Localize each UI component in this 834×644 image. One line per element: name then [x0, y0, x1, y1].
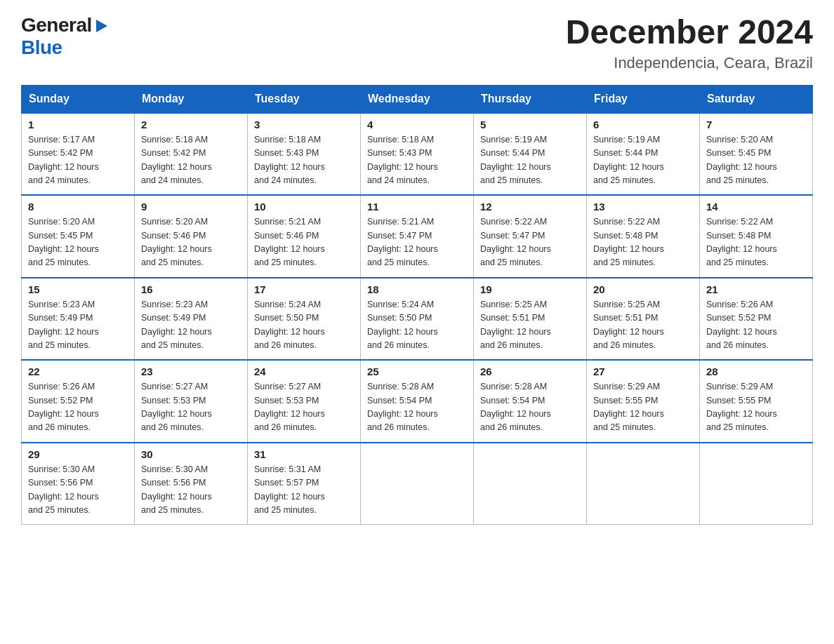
day-info: Sunrise: 5:19 AMSunset: 5:44 PMDaylight:… — [480, 133, 580, 188]
day-info: Sunrise: 5:23 AMSunset: 5:49 PMDaylight:… — [28, 298, 128, 353]
col-monday: Monday — [135, 85, 248, 113]
table-row: 24Sunrise: 5:27 AMSunset: 5:53 PMDayligh… — [248, 360, 361, 443]
calendar-header-row: Sunday Monday Tuesday Wednesday Thursday… — [22, 85, 813, 113]
svg-marker-0 — [96, 20, 107, 32]
table-row: 5Sunrise: 5:19 AMSunset: 5:44 PMDaylight… — [474, 113, 587, 196]
col-saturday: Saturday — [700, 85, 813, 113]
logo: General Blue — [21, 14, 109, 59]
calendar-week-row: 8Sunrise: 5:20 AMSunset: 5:45 PMDaylight… — [22, 195, 813, 278]
day-number: 25 — [367, 365, 467, 377]
day-number: 29 — [28, 448, 128, 460]
day-number: 27 — [593, 365, 693, 377]
table-row: 28Sunrise: 5:29 AMSunset: 5:55 PMDayligh… — [700, 360, 813, 443]
day-info: Sunrise: 5:21 AMSunset: 5:46 PMDaylight:… — [254, 215, 354, 270]
table-row: 1Sunrise: 5:17 AMSunset: 5:42 PMDaylight… — [22, 113, 135, 196]
day-number: 7 — [706, 119, 806, 130]
day-info: Sunrise: 5:22 AMSunset: 5:48 PMDaylight:… — [706, 215, 806, 270]
table-row — [361, 443, 474, 525]
table-row: 29Sunrise: 5:30 AMSunset: 5:56 PMDayligh… — [22, 443, 135, 525]
day-info: Sunrise: 5:29 AMSunset: 5:55 PMDaylight:… — [706, 380, 806, 435]
col-wednesday: Wednesday — [361, 85, 474, 113]
day-number: 10 — [254, 201, 354, 213]
day-info: Sunrise: 5:21 AMSunset: 5:47 PMDaylight:… — [367, 215, 467, 270]
day-number: 9 — [141, 201, 241, 213]
day-info: Sunrise: 5:31 AMSunset: 5:57 PMDaylight:… — [254, 463, 354, 518]
day-number: 11 — [367, 201, 467, 213]
table-row: 18Sunrise: 5:24 AMSunset: 5:50 PMDayligh… — [361, 278, 474, 361]
table-row: 13Sunrise: 5:22 AMSunset: 5:48 PMDayligh… — [587, 195, 700, 278]
table-row: 6Sunrise: 5:19 AMSunset: 5:44 PMDaylight… — [587, 113, 700, 196]
table-row — [587, 443, 700, 525]
calendar-week-row: 22Sunrise: 5:26 AMSunset: 5:52 PMDayligh… — [22, 360, 813, 443]
table-row: 11Sunrise: 5:21 AMSunset: 5:47 PMDayligh… — [361, 195, 474, 278]
day-number: 31 — [254, 448, 354, 460]
day-info: Sunrise: 5:22 AMSunset: 5:48 PMDaylight:… — [593, 215, 693, 270]
day-number: 4 — [367, 119, 467, 130]
day-number: 28 — [706, 365, 806, 377]
table-row: 14Sunrise: 5:22 AMSunset: 5:48 PMDayligh… — [700, 195, 813, 278]
table-row: 21Sunrise: 5:26 AMSunset: 5:52 PMDayligh… — [700, 278, 813, 361]
table-row: 26Sunrise: 5:28 AMSunset: 5:54 PMDayligh… — [474, 360, 587, 443]
day-number: 5 — [480, 119, 580, 130]
table-row: 3Sunrise: 5:18 AMSunset: 5:43 PMDaylight… — [248, 113, 361, 196]
day-info: Sunrise: 5:18 AMSunset: 5:43 PMDaylight:… — [254, 133, 354, 188]
table-row: 4Sunrise: 5:18 AMSunset: 5:43 PMDaylight… — [361, 113, 474, 196]
day-number: 1 — [28, 119, 128, 130]
logo-blue-text: Blue — [21, 36, 62, 59]
logo-general-text: General — [21, 14, 92, 36]
day-info: Sunrise: 5:30 AMSunset: 5:56 PMDaylight:… — [141, 463, 241, 518]
location-text: Independencia, Ceara, Brazil — [566, 54, 813, 72]
day-info: Sunrise: 5:19 AMSunset: 5:44 PMDaylight:… — [593, 133, 693, 188]
table-row: 27Sunrise: 5:29 AMSunset: 5:55 PMDayligh… — [587, 360, 700, 443]
table-row: 10Sunrise: 5:21 AMSunset: 5:46 PMDayligh… — [248, 195, 361, 278]
day-number: 20 — [593, 283, 693, 295]
day-number: 17 — [254, 283, 354, 295]
day-info: Sunrise: 5:25 AMSunset: 5:51 PMDaylight:… — [480, 298, 580, 353]
day-number: 19 — [480, 283, 580, 295]
table-row: 23Sunrise: 5:27 AMSunset: 5:53 PMDayligh… — [135, 360, 248, 443]
day-info: Sunrise: 5:25 AMSunset: 5:51 PMDaylight:… — [593, 298, 693, 353]
table-row: 31Sunrise: 5:31 AMSunset: 5:57 PMDayligh… — [248, 443, 361, 525]
day-number: 3 — [254, 119, 354, 130]
day-number: 30 — [141, 448, 241, 460]
table-row: 2Sunrise: 5:18 AMSunset: 5:42 PMDaylight… — [135, 113, 248, 196]
table-row: 22Sunrise: 5:26 AMSunset: 5:52 PMDayligh… — [22, 360, 135, 443]
col-sunday: Sunday — [22, 85, 135, 113]
day-number: 21 — [706, 283, 806, 295]
day-info: Sunrise: 5:28 AMSunset: 5:54 PMDaylight:… — [480, 380, 580, 435]
calendar-week-row: 1Sunrise: 5:17 AMSunset: 5:42 PMDaylight… — [22, 113, 813, 196]
day-number: 18 — [367, 283, 467, 295]
calendar-week-row: 29Sunrise: 5:30 AMSunset: 5:56 PMDayligh… — [22, 443, 813, 525]
day-info: Sunrise: 5:20 AMSunset: 5:46 PMDaylight:… — [141, 215, 241, 270]
day-info: Sunrise: 5:18 AMSunset: 5:42 PMDaylight:… — [141, 133, 241, 188]
day-number: 23 — [141, 365, 241, 377]
day-number: 16 — [141, 283, 241, 295]
day-number: 2 — [141, 119, 241, 130]
col-tuesday: Tuesday — [248, 85, 361, 113]
day-info: Sunrise: 5:20 AMSunset: 5:45 PMDaylight:… — [28, 215, 128, 270]
table-row: 16Sunrise: 5:23 AMSunset: 5:49 PMDayligh… — [135, 278, 248, 361]
table-row: 19Sunrise: 5:25 AMSunset: 5:51 PMDayligh… — [474, 278, 587, 361]
day-number: 24 — [254, 365, 354, 377]
day-number: 22 — [28, 365, 128, 377]
day-info: Sunrise: 5:22 AMSunset: 5:47 PMDaylight:… — [480, 215, 580, 270]
table-row: 17Sunrise: 5:24 AMSunset: 5:50 PMDayligh… — [248, 278, 361, 361]
col-thursday: Thursday — [474, 85, 587, 113]
day-number: 12 — [480, 201, 580, 213]
table-row: 25Sunrise: 5:28 AMSunset: 5:54 PMDayligh… — [361, 360, 474, 443]
logo-arrow-icon — [93, 18, 109, 34]
calendar-table: Sunday Monday Tuesday Wednesday Thursday… — [21, 85, 813, 525]
month-title: December 2024 — [566, 14, 813, 51]
table-row: 30Sunrise: 5:30 AMSunset: 5:56 PMDayligh… — [135, 443, 248, 525]
day-info: Sunrise: 5:27 AMSunset: 5:53 PMDaylight:… — [141, 380, 241, 435]
day-number: 14 — [706, 201, 806, 213]
table-row: 7Sunrise: 5:20 AMSunset: 5:45 PMDaylight… — [700, 113, 813, 196]
table-row — [700, 443, 813, 525]
day-number: 8 — [28, 201, 128, 213]
page-header: General Blue December 2024 Independencia… — [21, 14, 813, 72]
day-info: Sunrise: 5:27 AMSunset: 5:53 PMDaylight:… — [254, 380, 354, 435]
table-row: 15Sunrise: 5:23 AMSunset: 5:49 PMDayligh… — [22, 278, 135, 361]
table-row — [474, 443, 587, 525]
day-info: Sunrise: 5:30 AMSunset: 5:56 PMDaylight:… — [28, 463, 128, 518]
title-section: December 2024 Independencia, Ceara, Braz… — [566, 14, 813, 72]
